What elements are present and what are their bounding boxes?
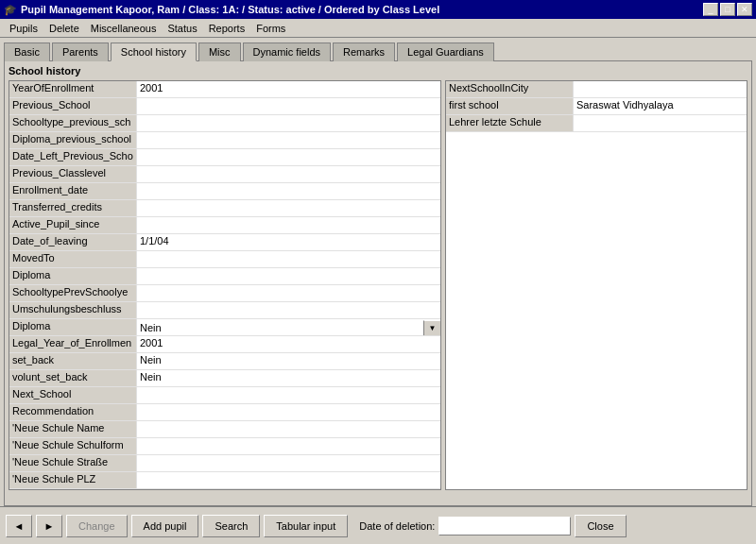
tab-school-history[interactable]: School history bbox=[111, 42, 197, 61]
next-school-city-input[interactable] bbox=[576, 82, 744, 95]
menu-status[interactable]: Status bbox=[162, 22, 202, 35]
field-value[interactable] bbox=[137, 421, 440, 437]
field-label: 'Neue Schule Straße bbox=[9, 455, 137, 471]
schooltype-input[interactable] bbox=[140, 116, 438, 129]
schooltype-prev-input[interactable] bbox=[140, 286, 438, 299]
date-deletion-input[interactable] bbox=[438, 517, 571, 536]
add-pupil-button[interactable]: Add pupil bbox=[131, 515, 199, 537]
tab-basic[interactable]: Basic bbox=[4, 42, 50, 61]
field-value[interactable] bbox=[137, 166, 440, 182]
menu-forms[interactable]: Forms bbox=[250, 22, 291, 35]
field-label: SchooltypePrevSchoolye bbox=[9, 285, 137, 301]
minimize-button[interactable]: _ bbox=[703, 3, 718, 16]
diploma-prev-input[interactable] bbox=[140, 133, 438, 146]
menu-reports[interactable]: Reports bbox=[203, 22, 251, 35]
field-label: Previous_School bbox=[9, 98, 137, 114]
next-button[interactable]: ► bbox=[36, 515, 62, 537]
tabular-input-button[interactable]: Tabular input bbox=[264, 515, 348, 537]
field-value-dropdown[interactable]: Nein Ja ▼ bbox=[137, 319, 440, 335]
dropdown-arrow-icon[interactable]: ▼ bbox=[423, 320, 440, 335]
field-value: Nein bbox=[137, 370, 440, 386]
umschulung-input[interactable] bbox=[140, 303, 438, 316]
tab-remarks[interactable]: Remarks bbox=[333, 42, 395, 61]
field-value[interactable] bbox=[137, 472, 440, 488]
field-label: Next_School bbox=[9, 387, 137, 403]
field-row: volunt_set_back Nein bbox=[9, 370, 440, 387]
menu-pupils[interactable]: Pupils bbox=[4, 22, 43, 35]
field-label: MovedTo bbox=[9, 251, 137, 267]
app-icon: 🎓 bbox=[4, 4, 17, 16]
field-row: 'Neue Schule Schulform bbox=[9, 438, 440, 455]
field-label: first school bbox=[446, 98, 574, 114]
field-row: Umschulungsbeschluss bbox=[9, 302, 440, 319]
field-row: YearOfEnrollment 2001 bbox=[9, 81, 440, 98]
field-value[interactable] bbox=[574, 115, 747, 131]
field-label: 'Neue Schule Name bbox=[9, 421, 137, 437]
menu-miscellaneous[interactable]: Miscellaneous bbox=[85, 22, 163, 35]
field-label: Schooltype_previous_sch bbox=[9, 115, 137, 131]
field-label: Umschulungsbeschluss bbox=[9, 302, 137, 318]
previous-school-input[interactable] bbox=[140, 99, 438, 112]
field-value[interactable] bbox=[137, 285, 440, 301]
diploma-dropdown[interactable]: Nein Ja bbox=[137, 321, 423, 334]
field-value[interactable] bbox=[137, 438, 440, 454]
search-button[interactable]: Search bbox=[202, 515, 260, 537]
field-row: 'Neue Schule PLZ bbox=[9, 472, 440, 489]
field-value[interactable] bbox=[137, 98, 440, 114]
lehrer-letzte-schule-input[interactable] bbox=[576, 116, 744, 129]
close-window-button[interactable]: ✕ bbox=[737, 3, 752, 16]
tabs-container: Basic Parents School history Misc Dynami… bbox=[0, 38, 756, 60]
field-value[interactable] bbox=[137, 183, 440, 199]
tab-misc[interactable]: Misc bbox=[198, 42, 241, 61]
field-value[interactable] bbox=[137, 132, 440, 148]
neue-schule-name-input[interactable] bbox=[140, 422, 438, 435]
neue-schule-plz-input[interactable] bbox=[140, 473, 438, 486]
maximize-button[interactable]: □ bbox=[720, 3, 735, 16]
date-left-input[interactable] bbox=[140, 150, 438, 163]
bottom-bar: ◄ ► Change Add pupil Search Tabular inpu… bbox=[0, 506, 756, 544]
field-row: MovedTo bbox=[9, 251, 440, 268]
tab-dynamic-fields[interactable]: Dynamic fields bbox=[243, 42, 332, 61]
field-value[interactable] bbox=[137, 200, 440, 216]
neue-schule-strasse-input[interactable] bbox=[140, 456, 438, 469]
field-label: Diploma bbox=[9, 319, 137, 335]
field-value[interactable] bbox=[137, 387, 440, 403]
enrollment-date-input[interactable] bbox=[140, 184, 438, 197]
field-value[interactable] bbox=[574, 81, 747, 97]
field-value[interactable] bbox=[137, 404, 440, 420]
field-label: YearOfEnrollment bbox=[9, 81, 137, 97]
diploma-input[interactable] bbox=[140, 269, 438, 282]
field-value[interactable] bbox=[137, 217, 440, 233]
field-value[interactable] bbox=[137, 268, 440, 284]
close-button[interactable]: Close bbox=[575, 515, 626, 537]
field-label: Diploma_previous_school bbox=[9, 132, 137, 148]
field-label: set_back bbox=[9, 353, 137, 369]
field-value[interactable] bbox=[137, 302, 440, 318]
field-value[interactable] bbox=[137, 115, 440, 131]
prev-classlevel-input[interactable] bbox=[140, 167, 438, 180]
field-row: Diploma_previous_school bbox=[9, 132, 440, 149]
moved-to-input[interactable] bbox=[140, 252, 438, 265]
field-row: Diploma Nein Ja ▼ bbox=[9, 319, 440, 336]
field-label: Legal_Year_of_Enrollmen bbox=[9, 336, 137, 352]
field-value[interactable] bbox=[137, 455, 440, 471]
field-row: Legal_Year_of_Enrollmen 2001 bbox=[9, 336, 440, 353]
field-label: Recommendation bbox=[9, 404, 137, 420]
recommendation-input[interactable] bbox=[140, 405, 438, 418]
field-row: set_back Nein bbox=[9, 353, 440, 370]
menu-delete[interactable]: Delete bbox=[43, 22, 85, 35]
change-button[interactable]: Change bbox=[66, 515, 128, 537]
neue-schule-schulform-input[interactable] bbox=[140, 439, 438, 452]
field-row: Recommendation bbox=[9, 404, 440, 421]
field-row: Previous_School bbox=[9, 98, 440, 115]
field-value[interactable] bbox=[137, 149, 440, 165]
field-value: 2001 bbox=[137, 336, 440, 352]
next-school-input[interactable] bbox=[140, 388, 438, 401]
transferred-credits-input[interactable] bbox=[140, 201, 438, 214]
active-pupil-since-input[interactable] bbox=[140, 218, 438, 231]
field-value: 2001 bbox=[137, 81, 440, 97]
tab-legal-guardians[interactable]: Legal Guardians bbox=[397, 42, 494, 61]
tab-parents[interactable]: Parents bbox=[52, 42, 109, 61]
field-value[interactable] bbox=[137, 251, 440, 267]
prev-button[interactable]: ◄ bbox=[6, 515, 32, 537]
